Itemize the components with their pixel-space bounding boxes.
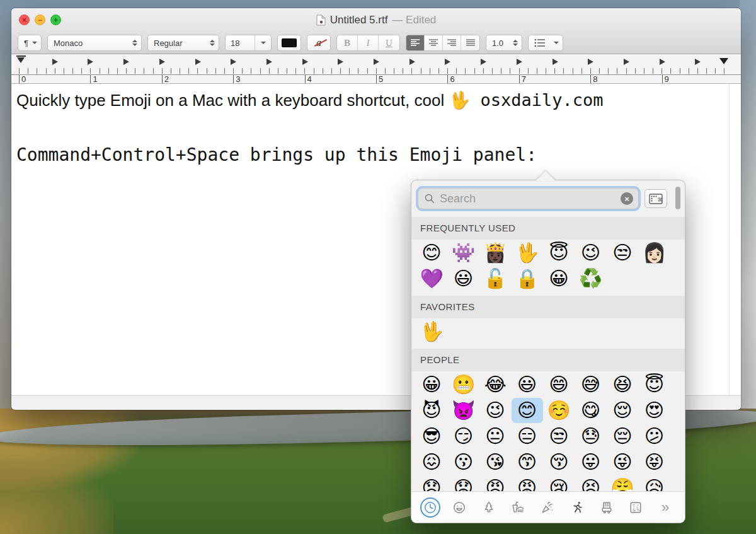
category-activity[interactable]: [566, 497, 588, 518]
tab-stop-marker[interactable]: [52, 59, 58, 65]
category-more[interactable]: »: [655, 497, 676, 518]
emoji-cell[interactable]: 😉: [575, 240, 607, 265]
emoji-cell[interactable]: 😉: [479, 398, 512, 423]
emoji-cell[interactable]: 🖖: [512, 240, 544, 265]
emoji-cell[interactable]: 😊: [416, 240, 448, 265]
emoji-cell[interactable]: 😃: [512, 372, 544, 397]
emoji-cell[interactable]: 😝: [639, 450, 671, 475]
emoji-cell[interactable]: 😘: [479, 450, 512, 475]
emoji-cell[interactable]: 😀: [416, 372, 448, 397]
emoji-scroll-area[interactable]: FREQUENTLY USED😊👾👸🏿🖖😇😉😒👩🏻💜😃🔓🔒😀♻️FAVORITE…: [411, 217, 685, 491]
panel-scrollbar[interactable]: [675, 187, 680, 209]
tab-stop-marker[interactable]: [445, 59, 450, 65]
emoji-cell[interactable]: ☺️: [543, 398, 575, 423]
emoji-cell[interactable]: 🔓: [479, 266, 512, 291]
close-button[interactable]: ×: [19, 15, 30, 25]
search-input[interactable]: Search ×: [418, 188, 639, 209]
emoji-cell[interactable]: 😟: [448, 475, 480, 492]
document-background-color-well[interactable]: a: [307, 35, 331, 51]
emoji-cell[interactable]: 😤: [607, 475, 639, 492]
titlebar[interactable]: × − + Untitled 5.rtf — Edited: [11, 8, 741, 32]
ruler[interactable]: 0123456789: [11, 54, 741, 84]
align-center-button[interactable]: [425, 35, 443, 50]
category-recents[interactable]: [420, 497, 440, 518]
align-right-button[interactable]: [443, 35, 461, 50]
emoji-cell[interactable]: 💜: [416, 266, 448, 291]
emoji-cell[interactable]: 😞: [416, 475, 448, 492]
clear-search-button[interactable]: ×: [621, 192, 633, 205]
category-nature[interactable]: [478, 497, 500, 518]
tab-stop-marker[interactable]: [123, 59, 129, 65]
emoji-cell[interactable]: 😋: [575, 398, 607, 423]
tab-stop-marker[interactable]: [588, 59, 593, 65]
italic-button[interactable]: I: [358, 35, 379, 50]
tab-stop-marker[interactable]: [410, 59, 415, 65]
category-food-drink[interactable]: [507, 497, 529, 518]
emoji-cell[interactable]: 😥: [639, 475, 671, 492]
tab-stop-marker[interactable]: [695, 59, 701, 65]
category-people[interactable]: [449, 497, 470, 518]
align-justify-button[interactable]: [461, 35, 479, 50]
emoji-cell[interactable]: 😕: [639, 424, 671, 449]
line-spacing-stepper[interactable]: 1.0: [486, 35, 522, 51]
minimize-button[interactable]: −: [35, 15, 45, 25]
tab-stop-marker[interactable]: [374, 59, 379, 65]
emoji-cell[interactable]: 😖: [416, 450, 448, 475]
tab-stop-marker[interactable]: [553, 59, 558, 65]
emoji-cell[interactable]: 😓: [575, 424, 607, 449]
character-viewer-button[interactable]: ⌘: [644, 189, 667, 208]
tab-stop-marker[interactable]: [338, 59, 343, 65]
emoji-cell[interactable]: 👿: [448, 398, 480, 423]
emoji-cell[interactable]: 😒: [543, 424, 575, 449]
paragraph-style-dropdown[interactable]: ¶: [18, 35, 42, 51]
tab-stop-marker[interactable]: [302, 59, 308, 65]
emoji-cell[interactable]: ♻️: [575, 266, 607, 291]
emoji-cell[interactable]: 😇: [543, 240, 575, 265]
emoji-cell[interactable]: 😈: [416, 398, 448, 423]
emoji-cell[interactable]: 👸🏿: [479, 240, 512, 265]
emoji-cell[interactable]: 😣: [575, 475, 607, 492]
emoji-cell[interactable]: 🔒: [512, 266, 544, 291]
bold-button[interactable]: B: [337, 35, 358, 50]
category-symbols[interactable]: T ♪ & %: [625, 497, 646, 518]
emoji-cell[interactable]: 🖖: [416, 319, 448, 344]
align-left-button[interactable]: [406, 35, 425, 50]
emoji-cell[interactable]: 😙: [512, 450, 544, 475]
emoji-cell[interactable]: 😬: [448, 372, 480, 397]
tab-stop-marker[interactable]: [266, 59, 272, 65]
emoji-cell[interactable]: 😒: [607, 240, 639, 265]
tab-stop-marker[interactable]: [159, 59, 165, 65]
emoji-cell[interactable]: 👩🏻: [639, 240, 671, 265]
underline-button[interactable]: U: [379, 35, 399, 50]
emoji-cell[interactable]: 😑: [512, 424, 544, 449]
emoji-cell[interactable]: 😍: [639, 398, 671, 423]
text-color-well[interactable]: [277, 35, 301, 51]
emoji-cell[interactable]: 😛: [575, 450, 607, 475]
indent-marker[interactable]: [16, 55, 26, 63]
category-celebration[interactable]: [537, 497, 558, 518]
font-family-dropdown[interactable]: Monaco: [47, 35, 142, 51]
tab-stop-marker[interactable]: [88, 59, 93, 65]
font-size-combo[interactable]: 18: [225, 35, 272, 51]
emoji-cell[interactable]: 😢: [543, 475, 575, 492]
emoji-cell[interactable]: 👾: [448, 240, 480, 265]
emoji-cell[interactable]: 😂: [479, 372, 512, 397]
category-travel-places[interactable]: [596, 497, 617, 518]
tab-stop-marker[interactable]: [624, 59, 629, 65]
emoji-cell[interactable]: 😅: [575, 372, 607, 397]
tab-stop-marker[interactable]: [481, 59, 486, 65]
emoji-cell[interactable]: 😎: [416, 424, 448, 449]
emoji-cell[interactable]: 😄: [543, 372, 575, 397]
emoji-cell[interactable]: 😐: [479, 424, 512, 449]
tab-stop-marker[interactable]: [517, 59, 522, 65]
emoji-cell[interactable]: 😌: [607, 398, 639, 423]
emoji-cell[interactable]: 😡: [512, 475, 544, 492]
font-size-dropdown-button[interactable]: [255, 35, 271, 50]
emoji-cell[interactable]: 😊: [512, 398, 544, 423]
emoji-cell[interactable]: 😆: [607, 372, 639, 397]
font-typeface-dropdown[interactable]: Regular: [147, 35, 219, 51]
emoji-cell[interactable]: 😔: [607, 424, 639, 449]
tab-stop-marker[interactable]: [231, 59, 236, 65]
emoji-cell[interactable]: 😜: [607, 450, 639, 475]
emoji-cell[interactable]: 😗: [448, 450, 480, 475]
